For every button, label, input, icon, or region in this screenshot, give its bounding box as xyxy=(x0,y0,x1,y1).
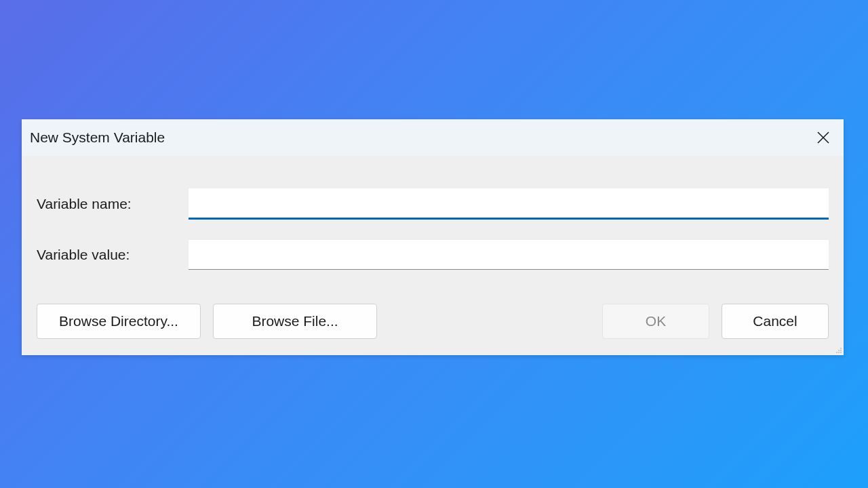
dialog-titlebar: New System Variable xyxy=(22,119,844,156)
dialog-content: Variable name: Variable value: xyxy=(22,156,844,270)
browse-file-button[interactable]: Browse File... xyxy=(213,304,377,339)
variable-name-label: Variable name: xyxy=(37,196,189,212)
svg-point-2 xyxy=(840,348,842,349)
browse-directory-button[interactable]: Browse Directory... xyxy=(37,304,201,339)
svg-point-3 xyxy=(838,350,840,351)
resize-grip-icon xyxy=(835,347,842,354)
svg-point-6 xyxy=(838,352,840,353)
dialog-title: New System Variable xyxy=(30,129,165,146)
close-button[interactable] xyxy=(814,128,833,147)
svg-point-7 xyxy=(840,352,842,353)
close-icon xyxy=(816,131,830,144)
dialog-button-row: Browse Directory... Browse File... OK Ca… xyxy=(22,290,844,355)
button-spacer xyxy=(389,304,590,339)
svg-point-4 xyxy=(840,350,842,351)
variable-value-label: Variable value: xyxy=(37,247,189,263)
variable-name-row: Variable name: xyxy=(37,188,829,220)
variable-value-input[interactable] xyxy=(189,240,829,270)
variable-value-row: Variable value: xyxy=(37,240,829,270)
new-system-variable-dialog: New System Variable Variable name: Varia… xyxy=(22,119,844,355)
svg-point-5 xyxy=(836,352,837,353)
resize-grip[interactable] xyxy=(835,347,842,354)
ok-button[interactable]: OK xyxy=(602,304,709,339)
cancel-button[interactable]: Cancel xyxy=(722,304,829,339)
variable-name-input[interactable] xyxy=(189,188,829,220)
